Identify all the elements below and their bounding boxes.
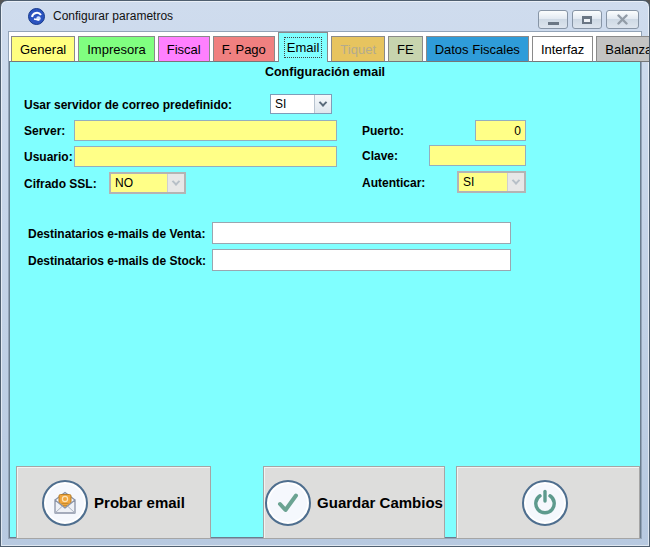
tab-email[interactable]: Email [278, 32, 329, 62]
panel-heading: Configuración email [10, 65, 640, 79]
tab-tiquet-label: Tiquet [340, 42, 376, 57]
window-title: Configurar parametros [53, 9, 173, 23]
probar-email-button[interactable]: Probar email [16, 466, 211, 539]
tab-general-label: General [20, 42, 66, 57]
client-area: General Impresora Fiscal F. Pago Email T… [8, 31, 642, 539]
dest-venta-label: Destinatarios e-mails de Venta: [28, 227, 205, 241]
use-default-server-select[interactable]: SI [270, 94, 332, 114]
checkmark-icon [265, 480, 311, 526]
usuario-label: Usuario: [24, 150, 73, 164]
power-icon [522, 480, 568, 526]
tab-bar: General Impresora Fiscal F. Pago Email T… [11, 34, 641, 62]
probar-email-label: Probar email [94, 494, 185, 511]
tab-datos-fiscales-label: Datos Fiscales [435, 42, 520, 57]
tab-interfaz-label: Interfaz [541, 42, 584, 57]
minimize-button[interactable] [538, 10, 568, 29]
chevron-down-icon [314, 95, 331, 113]
email-tab-panel: Configuración email Usar servidor de cor… [9, 61, 641, 538]
close-button[interactable] [606, 10, 639, 29]
dest-stock-input[interactable] [212, 249, 511, 271]
clave-label: Clave: [362, 149, 398, 163]
autenticar-label: Autenticar: [362, 176, 425, 190]
use-default-server-label: Usar servidor de correo predefinido: [24, 98, 232, 112]
puerto-label: Puerto: [362, 124, 404, 138]
close-icon [617, 14, 628, 25]
dest-venta-input[interactable] [212, 222, 511, 244]
cifrado-ssl-label: Cifrado SSL: [24, 177, 97, 191]
tab-fe[interactable]: FE [388, 36, 423, 62]
cifrado-ssl-select[interactable]: NO [109, 172, 186, 194]
maximize-button[interactable] [572, 10, 602, 29]
tab-impresora-label: Impresora [87, 42, 146, 57]
cifrado-ssl-value: NO [111, 174, 167, 192]
tab-balanza-label: Balanza [605, 42, 650, 57]
titlebar[interactable]: Configurar parametros [1, 1, 649, 31]
server-label: Server: [24, 124, 65, 138]
window-controls [538, 10, 639, 29]
app-icon [28, 8, 45, 25]
dest-stock-label: Destinatarios e-mails de Stock: [28, 254, 206, 268]
puerto-input[interactable] [475, 120, 526, 141]
server-input[interactable] [74, 120, 337, 141]
tab-tiquet: Tiquet [331, 36, 385, 62]
autenticar-value: SI [459, 173, 507, 191]
maximize-icon [582, 16, 592, 24]
tab-email-label: Email [287, 40, 320, 55]
tab-f-pago[interactable]: F. Pago [213, 36, 275, 62]
tab-fe-label: FE [397, 42, 414, 57]
chevron-down-icon [507, 173, 524, 191]
tab-fiscal-label: Fiscal [167, 42, 201, 57]
dialog-window: Configurar parametros General Impresora … [0, 0, 650, 547]
chevron-down-icon [167, 174, 184, 192]
email-envelope-icon [42, 480, 88, 526]
tab-datos-fiscales[interactable]: Datos Fiscales [426, 36, 529, 62]
tab-interfaz[interactable]: Interfaz [532, 36, 593, 62]
exit-power-button[interactable] [456, 466, 640, 539]
usuario-input[interactable] [74, 146, 337, 167]
tab-general[interactable]: General [11, 36, 75, 62]
tab-impresora[interactable]: Impresora [78, 36, 155, 62]
guardar-cambios-label: Guardar Cambios [317, 494, 443, 511]
use-default-server-value: SI [271, 95, 314, 113]
clave-input[interactable] [429, 145, 526, 166]
autenticar-select[interactable]: SI [457, 171, 526, 193]
minimize-icon [548, 22, 559, 25]
tab-f-pago-label: F. Pago [222, 42, 266, 57]
tab-fiscal[interactable]: Fiscal [158, 36, 210, 62]
tab-balanza[interactable]: Balanza [596, 36, 650, 62]
guardar-cambios-button[interactable]: Guardar Cambios [263, 466, 445, 539]
